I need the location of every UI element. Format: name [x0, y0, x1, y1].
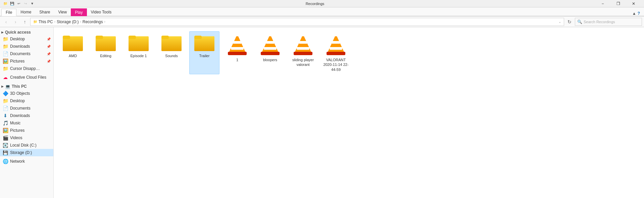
- address-bar: ‹ › ↑ 📁 This PC › Storage (D:) › Recordi…: [0, 16, 644, 27]
- minimize-button[interactable]: −: [595, 0, 610, 7]
- restore-button[interactable]: ❐: [610, 0, 626, 7]
- thispc-label: This PC: [12, 84, 27, 89]
- close-button[interactable]: ✕: [626, 0, 641, 7]
- svg-rect-24: [261, 52, 280, 55]
- sidebar-label-cursor: Cursor Disappears on Ma: [10, 66, 40, 71]
- sidebar-item-pictures-qa[interactable]: 🖼️ Pictures 📌: [0, 57, 53, 65]
- file-item-sliding[interactable]: sliding player valorant: [288, 31, 318, 74]
- file-item-episode1[interactable]: Episode 1: [123, 31, 154, 74]
- documents-icon: 📄: [3, 106, 8, 111]
- folder-blue-icon: 📁: [3, 36, 8, 42]
- up-button[interactable]: ↑: [21, 18, 29, 26]
- address-path[interactable]: 📁 This PC › Storage (D:) › Recordings › …: [30, 18, 564, 26]
- sidebar-item-videos[interactable]: 🎬 Videos: [0, 134, 53, 142]
- file-item-sounds[interactable]: Sounds: [156, 31, 187, 74]
- file-item-bloopers[interactable]: bloopers: [255, 31, 285, 74]
- vlc-icon-bloopers: [259, 34, 281, 56]
- sidebar-item-documents-qa[interactable]: 📄 Documents 📌: [0, 50, 53, 57]
- file-item-editing[interactable]: Editing: [91, 31, 121, 74]
- pictures-pc-icon: 🖼️: [3, 128, 8, 133]
- videos-icon: 🎬: [3, 135, 8, 141]
- refresh-button[interactable]: ↻: [565, 18, 574, 26]
- quick-access-header[interactable]: ▶ Quick access: [0, 29, 53, 35]
- svg-rect-8: [129, 36, 136, 39]
- folder-icon-trailer: [194, 34, 214, 52]
- search-box[interactable]: 🔍 Search Recordings: [575, 18, 642, 26]
- downloads-icon: ⬇: [3, 113, 8, 118]
- sidebar-item-3dobjects[interactable]: 🔷 3D Objects: [0, 90, 53, 97]
- redo-icon[interactable]: ↪: [23, 1, 28, 6]
- address-dropdown-icon[interactable]: ⌄: [558, 20, 561, 24]
- ribbon-collapse-icon[interactable]: ▲: [632, 11, 636, 16]
- doc-icon: 📄: [3, 51, 8, 56]
- svg-rect-14: [194, 36, 202, 39]
- svg-rect-29: [294, 52, 312, 55]
- sidebar-label-videos: Videos: [10, 135, 22, 140]
- pin-icon-documents: 📌: [47, 52, 51, 56]
- sidebar-item-downloads-pc[interactable]: ⬇ Downloads: [0, 112, 53, 119]
- file-item-name-trailer: Trailer: [199, 53, 210, 58]
- file-item-valorant[interactable]: VALORANT 2020-11-14 22-44-59: [321, 31, 351, 74]
- sidebar-item-downloads-qa[interactable]: 📁 Downloads 📌: [0, 43, 53, 50]
- sidebar-item-desktop-qa[interactable]: 📁 Desktop 📌: [0, 35, 53, 43]
- tab-file[interactable]: File: [1, 9, 16, 16]
- tab-videotools[interactable]: Video Tools: [87, 8, 116, 16]
- undo-icon[interactable]: ↩: [16, 1, 21, 6]
- path-thispc[interactable]: This PC: [39, 19, 53, 24]
- path-storage[interactable]: Storage (D:): [57, 19, 79, 24]
- sidebar-item-creative-cloud[interactable]: ☁ Creative Cloud Files: [0, 74, 53, 81]
- svg-marker-17: [231, 47, 244, 50]
- cursor-folder-icon: 📁: [3, 66, 8, 71]
- 3dobjects-icon: 🔷: [3, 91, 8, 96]
- sidebar-item-localdisk[interactable]: 💽 Local Disk (C:): [0, 142, 53, 149]
- thispc-header[interactable]: ▶ 💻 This PC: [0, 82, 53, 90]
- desktop-folder-icon: 📁: [3, 98, 8, 104]
- svg-marker-21: [265, 41, 275, 44]
- sidebar-item-music[interactable]: 🎵 Music: [0, 119, 53, 127]
- app-icon: 📁: [3, 1, 8, 6]
- sidebar-label-downloads-qa: Downloads: [10, 44, 30, 49]
- svg-rect-5: [96, 36, 103, 39]
- sidebar-item-storage[interactable]: 💾 Storage (D:): [0, 149, 53, 156]
- tab-share[interactable]: Share: [35, 8, 54, 16]
- quick-access-icon[interactable]: 💾: [9, 1, 15, 6]
- folder-icon-episode1: [129, 34, 149, 52]
- path-recordings[interactable]: Recordings: [83, 19, 103, 24]
- music-icon: 🎵: [3, 120, 8, 126]
- storage-icon: 💾: [3, 150, 8, 155]
- sidebar-item-desktop-pc[interactable]: 📁 Desktop: [0, 97, 53, 105]
- tab-play[interactable]: Play: [71, 8, 87, 16]
- content-area: AMD: [54, 27, 644, 198]
- file-item-trailer[interactable]: Trailer: [189, 31, 219, 74]
- vlc-icon-valorant: [325, 34, 347, 56]
- window-title: Recordings: [35, 2, 595, 6]
- sidebar-item-cursor[interactable]: 📁 Cursor Disappears on Ma: [0, 65, 53, 72]
- svg-rect-11: [161, 36, 169, 39]
- sidebar-item-pictures-pc[interactable]: 🖼️ Pictures: [0, 127, 53, 134]
- tab-view[interactable]: View: [54, 8, 71, 16]
- svg-rect-18: [235, 34, 239, 36]
- main-layout: ▶ Quick access 📁 Desktop 📌 📁 Downloads 📌…: [0, 27, 644, 198]
- tab-home[interactable]: Home: [16, 8, 35, 16]
- file-item-name-amd: AMD: [69, 53, 77, 58]
- svg-rect-33: [334, 34, 338, 36]
- window-controls: − ❐ ✕: [595, 0, 641, 7]
- svg-rect-23: [268, 34, 272, 36]
- sidebar-item-documents-pc[interactable]: 📄 Documents: [0, 105, 53, 112]
- forward-button[interactable]: ›: [11, 18, 19, 26]
- path-sep-1: ›: [54, 20, 55, 24]
- back-button[interactable]: ‹: [2, 18, 10, 26]
- sidebar-label-music: Music: [10, 121, 20, 125]
- dropdown-icon[interactable]: ▼: [30, 1, 35, 6]
- sidebar-label-desktop-pc: Desktop: [10, 98, 25, 103]
- path-icon: 📁: [33, 20, 37, 24]
- help-icon[interactable]: ?: [638, 11, 640, 16]
- sidebar-item-network[interactable]: 🌐 Network: [0, 158, 53, 165]
- svg-rect-2: [63, 36, 70, 39]
- sidebar-label-documents-qa: Documents: [10, 51, 31, 56]
- file-item-amd[interactable]: AMD: [58, 31, 88, 74]
- file-item-1[interactable]: 1: [222, 31, 252, 74]
- sidebar-label-network: Network: [10, 159, 25, 164]
- pin-icon-pictures: 📌: [47, 60, 51, 63]
- svg-marker-22: [263, 47, 277, 50]
